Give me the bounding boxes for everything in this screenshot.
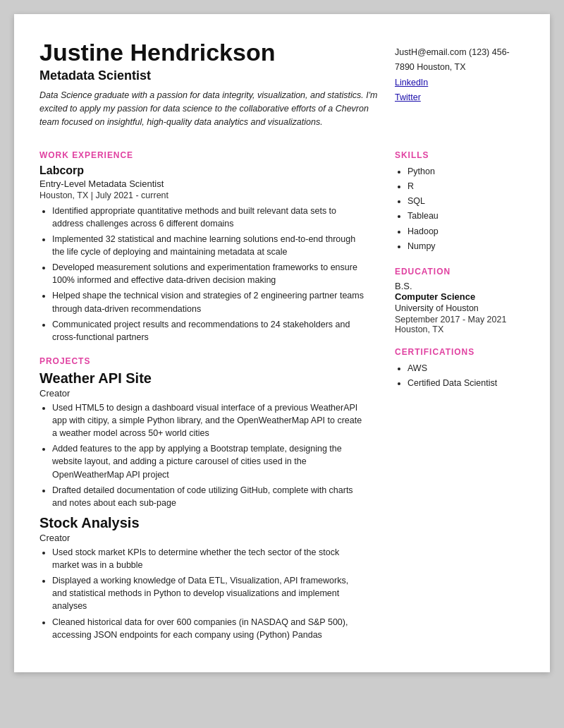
- location: Houston, TX: [417, 62, 465, 72]
- cert-item: Certified Data Scientist: [407, 376, 525, 391]
- bullet-item: Drafted detailed documentation of code u…: [52, 484, 364, 509]
- projects-label: PROJECTS: [39, 356, 364, 366]
- bullet-item: Developed measurement solutions and expe…: [52, 261, 364, 286]
- job-dates: July 2021 - current: [95, 190, 168, 200]
- education-label: EDUCATION: [395, 267, 525, 277]
- bullet-item: Cleaned historical data for over 600 com…: [52, 616, 364, 641]
- bullet-item: Helped shape the technical vision and st…: [52, 289, 364, 315]
- work-experience-section: WORK EXPERIENCE Labcorp Entry-Level Meta…: [39, 150, 364, 344]
- skill-item: Numpy: [407, 239, 525, 254]
- skill-item: R: [407, 179, 525, 194]
- skill-item: Tableau: [407, 209, 525, 224]
- edu-school: University of Houston: [395, 303, 525, 313]
- job-company: Labcorp: [39, 164, 364, 177]
- cert-item: AWS: [407, 361, 525, 376]
- left-column: WORK EXPERIENCE Labcorp Entry-Level Meta…: [39, 138, 384, 647]
- certifications-label: CERTIFICATIONS: [395, 347, 525, 357]
- skill-item: Hadoop: [407, 224, 525, 239]
- cert-list: AWS Certified Data Scientist: [407, 361, 525, 392]
- bullet-item: Used HTML5 to design a dashboard visual …: [52, 401, 364, 439]
- skill-item: SQL: [407, 194, 525, 209]
- header-left: Justine Hendrickson Metadata Scientist D…: [39, 40, 384, 129]
- project-1-role: Creator: [39, 388, 364, 399]
- candidate-summary: Data Science graduate with a passion for…: [39, 89, 384, 128]
- skills-list: Python R SQL Tableau Hadoop Numpy: [407, 164, 525, 255]
- bullet-item: Used stock market KPIs to determine whet…: [52, 546, 364, 571]
- certifications-section: CERTIFICATIONS AWS Certified Data Scient…: [395, 347, 525, 392]
- candidate-name: Justine Hendrickson: [39, 40, 384, 66]
- edu-location: Houston, TX: [395, 324, 525, 334]
- edu-major: Computer Science: [395, 291, 525, 302]
- bullet-item: Communicated project results and recomme…: [52, 318, 364, 344]
- linkedin-link[interactable]: LinkedIn: [395, 75, 525, 90]
- job-role: Entry-Level Metadata Scientist: [39, 178, 364, 189]
- project-2-bullets: Used stock market KPIs to determine whet…: [52, 546, 364, 641]
- job-meta: Houston, TX | July 2021 - current: [39, 190, 364, 200]
- candidate-title: Metadata Scientist: [39, 68, 384, 83]
- job-location: Houston, TX: [39, 190, 88, 200]
- twitter-link[interactable]: Twitter: [395, 90, 525, 105]
- skills-label: SKILLS: [395, 150, 525, 160]
- project-2-role: Creator: [39, 533, 364, 543]
- projects-section: PROJECTS Weather API Site Creator Used H…: [39, 356, 364, 641]
- skill-item: Python: [407, 164, 525, 179]
- work-experience-label: WORK EXPERIENCE: [39, 150, 364, 160]
- contact-block: JustH@email.com (123) 456-7890 Houston, …: [384, 40, 525, 138]
- email: JustH@email.com: [395, 47, 467, 57]
- right-column: SKILLS Python R SQL Tableau Hadoop Numpy…: [384, 138, 525, 647]
- edu-dates: September 2017 - May 2021: [395, 315, 525, 324]
- project-2-name: Stock Analysis: [39, 515, 364, 531]
- education-section: EDUCATION B.S. Computer Science Universi…: [395, 267, 525, 334]
- bullet-item: Displayed a working knowledge of Data ET…: [52, 574, 364, 612]
- project-1-bullets: Used HTML5 to design a dashboard visual …: [52, 401, 364, 509]
- bullet-item: Implemented 32 statistical and machine l…: [52, 233, 364, 258]
- skills-section: SKILLS Python R SQL Tableau Hadoop Numpy: [395, 150, 525, 255]
- bullet-item: Identified appropriate quantitative meth…: [52, 205, 364, 230]
- project-1-name: Weather API Site: [39, 370, 364, 387]
- bullet-item: Added features to the app by applying a …: [52, 442, 364, 480]
- edu-degree: B.S.: [395, 281, 525, 291]
- job-bullets: Identified appropriate quantitative meth…: [52, 205, 364, 344]
